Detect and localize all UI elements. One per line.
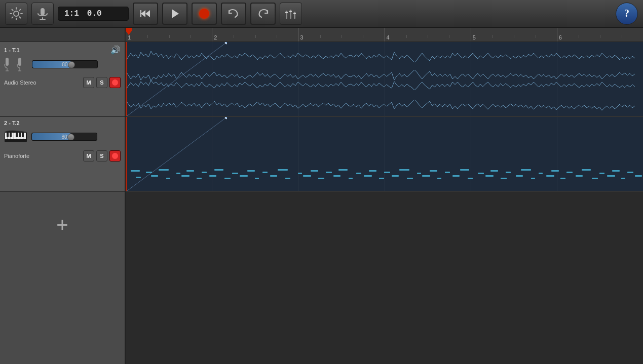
svg-rect-42 — [186, 170, 194, 172]
redo-button[interactable] — [250, 3, 276, 25]
svg-rect-71 — [627, 172, 633, 173]
svg-rect-43 — [202, 172, 207, 173]
main-area: 1 - T.1 🔊 — [0, 28, 643, 364]
svg-rect-59 — [445, 172, 450, 173]
svg-rect-96 — [501, 178, 507, 179]
track-2-solo-button[interactable]: S — [96, 150, 107, 161]
svg-rect-32 — [22, 133, 24, 137]
microphone-button[interactable] — [31, 3, 54, 25]
svg-rect-89 — [392, 175, 399, 177]
track-1-instrument-icon — [4, 57, 28, 72]
svg-rect-82 — [285, 178, 290, 179]
ruler-label-5: 5 — [471, 34, 476, 41]
svg-rect-101 — [576, 175, 583, 177]
track-1-record-indicator — [112, 79, 118, 86]
track-2-volume-slider[interactable]: 80 — [31, 133, 97, 141]
svg-rect-79 — [240, 175, 248, 177]
svg-point-0 — [14, 11, 19, 16]
svg-rect-54 — [369, 170, 376, 172]
svg-rect-75 — [181, 175, 190, 177]
track-2-record-button[interactable] — [109, 150, 121, 161]
svg-rect-80 — [255, 178, 259, 179]
timeline-corner — [0, 28, 125, 42]
track-1-solo-button[interactable]: S — [96, 77, 107, 88]
audio-track-lane[interactable] — [126, 42, 643, 117]
timeline-ruler[interactable]: 1 2 3 — [126, 28, 643, 42]
svg-rect-56 — [399, 169, 409, 171]
record-button[interactable] — [192, 3, 217, 25]
svg-rect-57 — [417, 173, 421, 174]
help-button[interactable]: ? — [616, 3, 638, 25]
svg-rect-46 — [247, 170, 255, 172]
ruler-marker-6: 6 — [557, 28, 643, 42]
svg-rect-81 — [270, 175, 277, 177]
midi-track-playhead — [126, 117, 127, 191]
track-1-speaker-icon: 🔊 — [110, 45, 121, 55]
svg-rect-48 — [278, 169, 288, 171]
svg-marker-33 — [126, 28, 132, 35]
svg-marker-4 — [141, 10, 145, 17]
track-2-volume-value: 80 — [61, 134, 67, 140]
svg-rect-105 — [635, 175, 642, 177]
track-2-mute-button[interactable]: M — [83, 150, 94, 161]
position-bar-beat: 1:1 — [64, 9, 79, 18]
svg-rect-11 — [289, 11, 292, 12]
track-2-instrument-icon — [4, 128, 27, 145]
svg-rect-55 — [384, 172, 390, 173]
svg-rect-94 — [468, 178, 473, 179]
ruler-label-3: 3 — [298, 34, 303, 41]
track-1-id: 1 - T.1 — [4, 47, 20, 53]
left-panel: 1 - T.1 🔊 — [0, 28, 126, 364]
midi-track-lane[interactable] — [126, 117, 643, 192]
svg-rect-104 — [621, 178, 625, 179]
svg-rect-92 — [437, 178, 441, 179]
mixer-button[interactable] — [280, 3, 302, 25]
svg-rect-98 — [531, 178, 535, 179]
ruler-label-4: 4 — [385, 34, 390, 41]
svg-rect-77 — [209, 175, 216, 177]
tracks-area — [126, 42, 643, 364]
undo-button[interactable] — [221, 3, 246, 25]
svg-rect-61 — [478, 173, 484, 174]
ruler-marker-1: 1 — [126, 28, 212, 42]
svg-rect-63 — [506, 172, 511, 173]
settings-button[interactable] — [5, 3, 27, 25]
track-1-volume-slider[interactable]: 80 — [32, 60, 98, 68]
svg-rect-72 — [136, 177, 141, 178]
svg-rect-97 — [516, 175, 523, 177]
svg-rect-52 — [338, 169, 348, 171]
svg-rect-65 — [539, 173, 543, 174]
svg-rect-66 — [551, 170, 559, 172]
svg-rect-17 — [18, 58, 21, 66]
svg-rect-83 — [303, 175, 311, 177]
add-track-area: + — [0, 192, 125, 364]
svg-rect-85 — [333, 175, 341, 177]
svg-rect-40 — [159, 169, 169, 171]
svg-rect-38 — [131, 170, 140, 172]
svg-rect-69 — [599, 173, 604, 174]
track-1-controls: 1 - T.1 🔊 — [0, 42, 125, 117]
midi-note-display — [126, 117, 643, 191]
track-1-volume-value: 80 — [62, 62, 67, 67]
svg-rect-60 — [460, 169, 469, 171]
play-button[interactable] — [162, 3, 187, 25]
ruler-label-2: 2 — [212, 34, 217, 41]
svg-rect-62 — [490, 170, 498, 172]
svg-rect-70 — [612, 170, 620, 172]
track-1-mute-button[interactable]: M — [83, 77, 94, 88]
track-1-record-button[interactable] — [109, 77, 121, 88]
svg-rect-1 — [41, 8, 45, 15]
svg-rect-28 — [7, 133, 9, 137]
audio-waveform — [126, 42, 643, 116]
svg-rect-88 — [379, 178, 384, 179]
ruler-marker-2: 2 — [212, 28, 298, 42]
rewind-button[interactable] — [133, 3, 158, 25]
ruler-marker-3: 3 — [298, 28, 384, 42]
svg-rect-86 — [349, 178, 353, 179]
add-track-button[interactable]: + — [50, 212, 75, 237]
track-2-controls: 2 - T.2 — [0, 117, 125, 192]
svg-rect-50 — [311, 170, 318, 172]
svg-rect-6 — [140, 10, 141, 17]
svg-rect-29 — [10, 133, 12, 137]
svg-rect-99 — [546, 175, 554, 177]
